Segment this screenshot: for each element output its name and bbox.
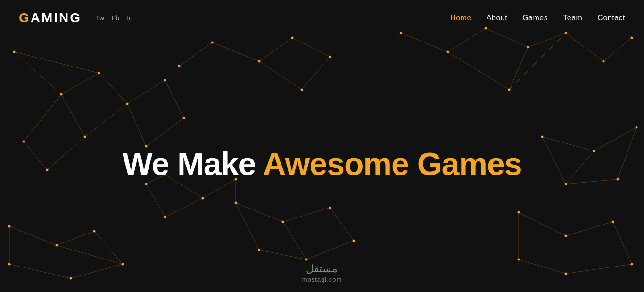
watermark: مستقل mostaql.com [302,263,342,284]
logo-accent-letter: G [19,10,31,25]
logo-rest: AMING [31,10,82,25]
logo: GAMING [19,10,82,25]
nav-link-games[interactable]: Games [522,14,548,22]
social-link-in[interactable]: In [127,14,132,22]
page-wrapper: GAMING Tw Fb In Home About Games Team Co… [0,0,644,292]
navbar-left: GAMING Tw Fb In [19,10,132,25]
nav-link-contact[interactable]: Contact [597,14,625,22]
nav-link-home[interactable]: Home [450,14,471,22]
hero-title-accent: Awesome Games [263,146,522,182]
watermark-latin: mostaql.com [302,276,342,283]
social-links: Tw Fb In [96,14,132,22]
social-link-tw[interactable]: Tw [96,14,104,22]
nav-links: Home About Games Team Contact [450,14,625,22]
watermark-arabic: مستقل [302,263,342,275]
social-link-fb[interactable]: Fb [112,14,119,22]
navbar: GAMING Tw Fb In Home About Games Team Co… [0,0,644,35]
hero-title-white: We Make [122,146,256,182]
nav-link-team[interactable]: Team [563,14,582,22]
hero-section: We Make Awesome Games [0,35,644,292]
hero-title: We Make Awesome Games [122,146,521,182]
nav-link-about[interactable]: About [487,14,507,22]
